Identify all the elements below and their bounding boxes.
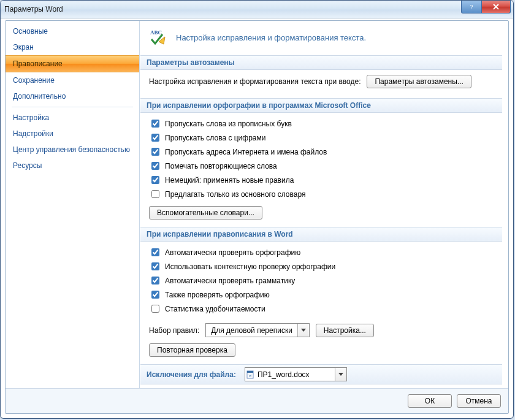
recheck-button[interactable]: Повторная проверка — [149, 343, 235, 357]
sidebar-item-display[interactable]: Экран — [6, 39, 139, 55]
ok-button[interactable]: ОК — [408, 394, 452, 408]
sidebar-item-proofing[interactable]: Правописание — [6, 55, 139, 72]
svg-text:W: W — [248, 374, 252, 378]
sidebar: Основные Экран Правописание Сохранение Д… — [6, 21, 140, 388]
check-ignore-numbers[interactable]: Пропускать слова с цифрами — [149, 132, 265, 143]
help-button[interactable]: ? — [461, 1, 482, 13]
check-ignore-uppercase[interactable]: Пропускать слова из прописных букв — [149, 118, 292, 129]
window-title: Параметры Word — [4, 5, 63, 13]
exceptions-file-name: ПР1_word.docx — [256, 370, 335, 379]
page-title: Настройка исправления и форматирования т… — [176, 33, 366, 42]
section-office-title: При исправлении орфографии в программах … — [140, 98, 502, 113]
sidebar-item-resources[interactable]: Ресурсы — [6, 158, 139, 174]
columns: Основные Экран Правописание Сохранение Д… — [6, 21, 508, 388]
custom-dictionaries-button[interactable]: Вспомогательные словари... — [149, 206, 262, 220]
sidebar-item-addins[interactable]: Надстройки — [6, 126, 139, 142]
word-doc-icon: W — [245, 370, 256, 379]
check-auto-spell[interactable]: Автоматически проверять орфографию — [149, 246, 300, 258]
ruleset-label: Набор правил: — [149, 326, 199, 335]
check-context-spell[interactable]: Использовать контекстную проверку орфогр… — [149, 261, 335, 272]
ruleset-select[interactable]: Для деловой переписки — [205, 323, 310, 337]
check-main-dict-only[interactable]: Предлагать только из основного словаря — [149, 188, 305, 200]
check-german-rules[interactable]: Немецкий: применять новые правила — [149, 174, 294, 186]
check-ignore-urls[interactable]: Пропускать адреса Интернета и имена файл… — [149, 146, 327, 158]
options-dialog: Параметры Word ? Основные Экран Правопис… — [0, 0, 514, 419]
ruleset-settings-button[interactable]: Настройка... — [316, 324, 374, 337]
check-also-spell[interactable]: Также проверять орфографию — [149, 289, 270, 300]
section-word-title: При исправлении правописания в Word — [140, 227, 502, 242]
section-office-body: Пропускать слова из прописных букв Пропу… — [140, 118, 502, 227]
check-auto-grammar[interactable]: Автоматически проверять грамматику — [149, 275, 295, 286]
svg-text:?: ? — [470, 3, 473, 10]
exceptions-file-select[interactable]: W ПР1_word.docx — [245, 367, 347, 381]
window-buttons: ? — [462, 1, 511, 13]
sidebar-item-general[interactable]: Основные — [6, 23, 139, 39]
autocorrect-options-button[interactable]: Параметры автозамены... — [367, 75, 471, 88]
section-autocorrect-title: Параметры автозамены — [140, 55, 502, 70]
autocorrect-desc: Настройка исправления и форматирования т… — [149, 77, 360, 86]
dialog-body: Основные Экран Правописание Сохранение Д… — [5, 20, 509, 414]
sidebar-item-save[interactable]: Сохранение — [6, 72, 139, 88]
svg-rect-3 — [247, 371, 253, 373]
ruleset-value: Для деловой переписки — [206, 326, 297, 335]
check-readability[interactable]: Статистика удобочитаемости — [149, 303, 265, 315]
sidebar-item-trust-center[interactable]: Центр управления безопасностью — [6, 142, 139, 158]
chevron-down-icon — [335, 368, 346, 381]
abc-check-icon: ABC — [149, 28, 167, 47]
sidebar-item-customize[interactable]: Настройка — [6, 110, 139, 126]
sidebar-item-advanced[interactable]: Дополнительно — [6, 88, 139, 104]
content-panel: ABC Настройка исправления и форматирован… — [140, 21, 508, 388]
svg-text:ABC: ABC — [150, 29, 162, 36]
titlebar: Параметры Word ? — [1, 1, 513, 18]
chevron-down-icon — [297, 324, 309, 337]
section-exceptions-header: Исключения для файла: W ПР1_word.docx — [140, 364, 502, 384]
exceptions-label: Исключения для файла: — [147, 370, 236, 379]
close-button[interactable] — [481, 1, 511, 13]
sidebar-separator — [12, 107, 133, 107]
section-autocorrect-body: Настройка исправления и форматирования т… — [140, 75, 502, 98]
page-header: ABC Настройка исправления и форматирован… — [140, 21, 502, 55]
section-word-body: Автоматически проверять орфографию Испол… — [140, 246, 502, 364]
check-flag-repeated[interactable]: Помечать повторяющиеся слова — [149, 160, 277, 172]
dialog-footer: ОК Отмена — [6, 388, 508, 413]
cancel-button[interactable]: Отмена — [457, 394, 501, 408]
